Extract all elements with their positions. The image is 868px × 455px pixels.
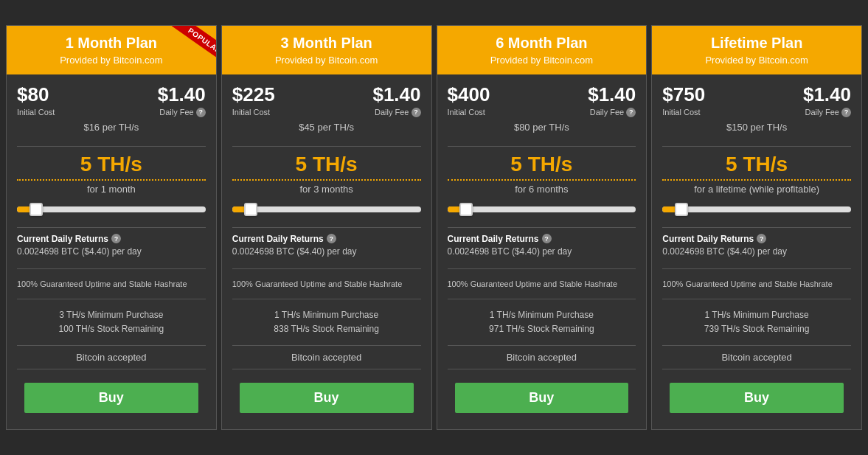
plan-card-3month: 3 Month Plan Provided by Bitcoin.com $22… — [221, 25, 432, 430]
plan-card-1month: 1 Month Plan Provided by Bitcoin.com POP… — [6, 25, 217, 430]
slider-container-3month[interactable] — [232, 206, 421, 212]
daily-fee-value-1month: $1.40 — [158, 83, 206, 106]
daily-fee-help-icon-1month[interactable]: ? — [196, 108, 206, 117]
returns-label-lifetime: Current Daily Returns ? — [662, 234, 851, 244]
returns-help-icon-6month[interactable]: ? — [542, 234, 552, 243]
divider2-6month — [448, 227, 636, 228]
plans-container: 1 Month Plan Provided by Bitcoin.com POP… — [0, 18, 868, 437]
uptime-text-6month: 100% Guaranteed Uptime and Stable Hashra… — [448, 279, 636, 288]
returns-help-icon-3month[interactable]: ? — [327, 234, 336, 243]
slider-thumb-6month[interactable] — [459, 203, 473, 216]
uptime-text-3month: 100% Guaranteed Uptime and Stable Hashra… — [232, 279, 421, 288]
stock-info-6month: 1 TH/s Minimum Purchase971 TH/s Stock Re… — [448, 308, 636, 336]
ths-amount-3month: 5 TH/s — [232, 153, 421, 181]
divider1-1month — [17, 146, 206, 147]
ths-amount-lifetime: 5 TH/s — [662, 153, 851, 181]
ths-duration-1month: for 1 month — [17, 184, 206, 195]
slider-thumb-lifetime[interactable] — [675, 203, 688, 216]
buy-button-1month[interactable]: Buy — [24, 383, 198, 413]
plan-title-lifetime: Lifetime Plan — [659, 35, 854, 52]
divider1-lifetime — [662, 146, 851, 147]
returns-value-3month: 0.0024698 BTC ($4.40) per day — [232, 246, 421, 257]
stock-info-lifetime: 1 TH/s Minimum Purchase739 TH/s Stock Re… — [662, 308, 851, 336]
plan-body-lifetime: $750 Initial Cost $1.40 Daily Fee ? $150… — [652, 74, 861, 429]
daily-fee-help-icon-6month[interactable]: ? — [626, 108, 636, 117]
ths-amount-1month: 5 TH/s — [17, 153, 206, 181]
plan-body-1month: $80 Initial Cost $1.40 Daily Fee ? $16 p… — [7, 74, 216, 429]
plan-card-6month: 6 Month Plan Provided by Bitcoin.com $40… — [437, 25, 647, 430]
divider4-1month — [17, 299, 206, 299]
divider3-lifetime — [662, 268, 851, 269]
bitcoin-accepted-lifetime: Bitcoin accepted — [662, 345, 851, 369]
initial-cost-value-3month: $225 — [232, 83, 275, 106]
plan-header-lifetime: Lifetime Plan Provided by Bitcoin.com — [652, 26, 861, 74]
daily-fee-block-6month: $1.40 Daily Fee ? — [588, 83, 636, 117]
uptime-text-lifetime: 100% Guaranteed Uptime and Stable Hashra… — [662, 279, 851, 288]
divider1-3month — [232, 146, 421, 147]
divider3-3month — [232, 268, 421, 269]
slider-track-3month — [232, 206, 421, 212]
daily-fee-label-lifetime: Daily Fee ? — [805, 108, 851, 117]
daily-fee-value-6month: $1.40 — [588, 83, 636, 106]
slider-track-1month — [17, 206, 206, 212]
slider-container-lifetime[interactable] — [662, 206, 851, 212]
daily-fee-block-3month: $1.40 Daily Fee ? — [372, 83, 420, 117]
initial-cost-value-lifetime: $750 — [662, 83, 705, 106]
divider3-6month — [448, 268, 636, 269]
returns-help-icon-lifetime[interactable]: ? — [757, 234, 766, 243]
buy-button-lifetime[interactable]: Buy — [670, 383, 844, 413]
divider2-lifetime — [662, 227, 851, 228]
daily-fee-help-icon-lifetime[interactable]: ? — [841, 108, 851, 117]
plan-card-lifetime: Lifetime Plan Provided by Bitcoin.com $7… — [651, 25, 862, 430]
plan-subtitle-lifetime: Provided by Bitcoin.com — [659, 55, 854, 66]
divider2-3month — [232, 227, 421, 228]
plan-body-6month: $400 Initial Cost $1.40 Daily Fee ? $80 … — [437, 74, 647, 429]
per-ths-3month: $45 per TH/s — [232, 122, 421, 133]
daily-fee-value-lifetime: $1.40 — [803, 83, 851, 106]
slider-thumb-3month[interactable] — [244, 203, 257, 216]
returns-value-1month: 0.0024698 BTC ($4.40) per day — [17, 246, 206, 257]
returns-label-6month: Current Daily Returns ? — [448, 234, 636, 244]
plan-subtitle-6month: Provided by Bitcoin.com — [445, 55, 639, 66]
plan-header-6month: 6 Month Plan Provided by Bitcoin.com — [437, 26, 647, 74]
daily-fee-label-6month: Daily Fee ? — [590, 108, 636, 117]
initial-cost-label-1month: Initial Cost — [17, 108, 55, 117]
initial-cost-label-6month: Initial Cost — [448, 108, 485, 117]
returns-help-icon-1month[interactable]: ? — [111, 234, 121, 243]
bitcoin-accepted-3month: Bitcoin accepted — [232, 345, 421, 369]
initial-cost-block-1month: $80 Initial Cost — [17, 83, 55, 117]
plan-title-1month: 1 Month Plan — [14, 35, 209, 52]
plan-title-6month: 6 Month Plan — [445, 35, 639, 52]
price-row-3month: $225 Initial Cost $1.40 Daily Fee ? — [232, 83, 421, 117]
returns-value-lifetime: 0.0024698 BTC ($4.40) per day — [662, 246, 851, 257]
initial-cost-block-3month: $225 Initial Cost — [232, 83, 275, 117]
ths-amount-6month: 5 TH/s — [448, 153, 636, 181]
divider3-1month — [17, 268, 206, 269]
bitcoin-accepted-1month: Bitcoin accepted — [17, 345, 206, 369]
plan-header-3month: 3 Month Plan Provided by Bitcoin.com — [222, 26, 431, 74]
daily-fee-help-icon-3month[interactable]: ? — [412, 108, 421, 117]
uptime-text-1month: 100% Guaranteed Uptime and Stable Hashra… — [17, 279, 206, 288]
plan-title-3month: 3 Month Plan — [229, 35, 424, 52]
buy-button-6month[interactable]: Buy — [455, 383, 629, 413]
slider-track-6month — [448, 206, 636, 212]
ths-duration-6month: for 6 months — [448, 184, 636, 195]
slider-track-lifetime — [662, 206, 851, 212]
price-row-6month: $400 Initial Cost $1.40 Daily Fee ? — [448, 83, 636, 117]
slider-container-6month[interactable] — [448, 206, 636, 212]
divider4-6month — [448, 299, 636, 299]
divider2-1month — [17, 227, 206, 228]
stock-info-1month: 3 TH/s Minimum Purchase100 TH/s Stock Re… — [17, 308, 206, 336]
plan-header-1month: 1 Month Plan Provided by Bitcoin.com POP… — [7, 26, 216, 74]
plan-subtitle-1month: Provided by Bitcoin.com — [14, 55, 209, 66]
daily-fee-value-3month: $1.40 — [372, 83, 420, 106]
daily-fee-block-lifetime: $1.40 Daily Fee ? — [803, 83, 851, 117]
daily-fee-label-3month: Daily Fee ? — [375, 108, 420, 117]
divider4-lifetime — [662, 299, 851, 299]
buy-button-3month[interactable]: Buy — [240, 383, 414, 413]
slider-container-1month[interactable] — [17, 206, 206, 212]
daily-fee-block-1month: $1.40 Daily Fee ? — [158, 83, 206, 117]
per-ths-6month: $80 per TH/s — [448, 122, 636, 133]
ths-duration-3month: for 3 months — [232, 184, 421, 195]
slider-thumb-1month[interactable] — [29, 203, 43, 216]
